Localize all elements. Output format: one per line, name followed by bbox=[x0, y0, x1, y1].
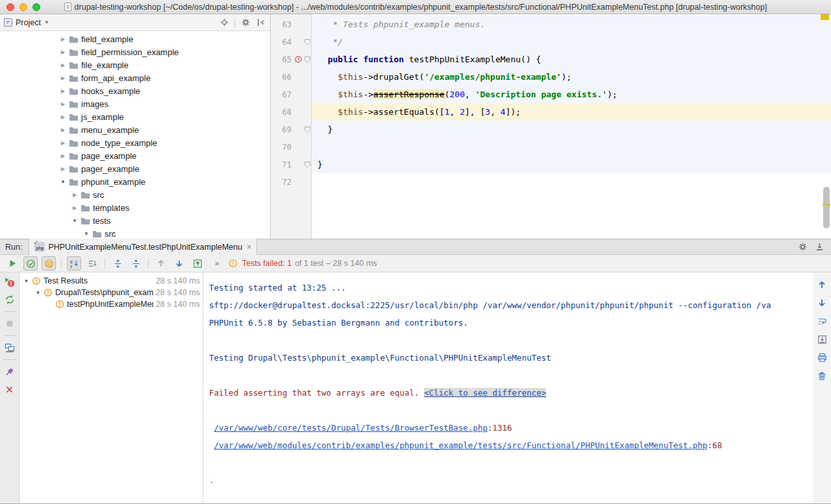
chevron-collapsed-icon[interactable]: ▶ bbox=[60, 114, 66, 120]
test-tree-item[interactable]: testPhpUnitExampleMenu28 s 140 ms bbox=[19, 298, 203, 310]
test-tree-item[interactable]: ▼Test Results28 s 140 ms bbox=[19, 275, 203, 287]
fold-marker-icon[interactable] bbox=[303, 56, 312, 63]
code-line[interactable]: 63 * Tests phpunit_example menus. bbox=[271, 16, 831, 33]
project-tree-item[interactable]: ▶file_example bbox=[0, 58, 270, 71]
previous-occurrence-button[interactable] bbox=[154, 256, 168, 270]
code-line[interactable]: 65 public function testPhpUnitExampleMen… bbox=[271, 51, 831, 68]
hide-window-icon[interactable] bbox=[814, 242, 825, 252]
print-button[interactable] bbox=[816, 352, 828, 363]
chevron-expanded-icon[interactable]: ▼ bbox=[60, 179, 66, 185]
project-tree-item[interactable]: ▶pager_example bbox=[0, 162, 270, 175]
project-tree-item[interactable]: ▼tests bbox=[0, 214, 270, 227]
project-tree-item[interactable]: ▶templates bbox=[0, 201, 270, 214]
project-tree-item[interactable]: ▶form_api_example bbox=[0, 71, 270, 84]
chevron-collapsed-icon[interactable]: ▶ bbox=[60, 140, 66, 146]
close-window-button[interactable] bbox=[6, 3, 14, 11]
chevron-collapsed-icon[interactable]: ▶ bbox=[60, 166, 66, 172]
test-tree-item[interactable]: ▼Drupal\Tests\phpunit_example\Functional… bbox=[19, 287, 203, 298]
rerun-button[interactable] bbox=[5, 256, 19, 270]
gear-icon[interactable] bbox=[240, 18, 251, 28]
code-line[interactable]: 66 $this->drupalGet('/examples/phpunit-e… bbox=[271, 68, 831, 86]
console-link[interactable]: <Click to see difference> bbox=[424, 388, 546, 398]
more-chevrons-icon[interactable]: » bbox=[215, 259, 219, 268]
test-history-icon[interactable] bbox=[293, 55, 303, 64]
code-line[interactable]: 67 $this->assertResponse(200, 'Descripti… bbox=[271, 86, 831, 103]
show-passed-toggle[interactable] bbox=[23, 256, 38, 270]
code-line[interactable]: 70 bbox=[271, 138, 831, 156]
run-tab-label: PHPUnitExampleMenuTest.testPhpUnitExampl… bbox=[48, 243, 242, 252]
collapse-all-button[interactable] bbox=[129, 256, 143, 270]
editor-scrollbar[interactable] bbox=[823, 187, 830, 228]
soft-wrap-toggle[interactable] bbox=[816, 315, 828, 327]
toggle-auto-test-button[interactable] bbox=[4, 294, 16, 306]
down-stack-trace-button[interactable] bbox=[816, 297, 828, 309]
ide-window: drupal-testing-workshop [~/Code/os/drupa… bbox=[0, 0, 831, 504]
project-tree-item[interactable]: ▶page_example bbox=[0, 149, 270, 162]
fold-marker-icon[interactable] bbox=[303, 126, 312, 133]
show-ignored-toggle[interactable] bbox=[42, 256, 56, 270]
chevron-collapsed-icon[interactable]: ▶ bbox=[60, 153, 66, 159]
fold-marker-icon[interactable] bbox=[303, 162, 312, 168]
chevron-collapsed-icon[interactable]: ▶ bbox=[60, 127, 66, 133]
hide-panel-icon[interactable] bbox=[256, 18, 266, 28]
separator bbox=[61, 258, 62, 269]
code-line[interactable]: 68 $this->assertEquals([1, 2], [3, 4]); bbox=[271, 103, 831, 121]
zoom-window-button[interactable] bbox=[32, 3, 40, 11]
up-stack-trace-button[interactable] bbox=[816, 279, 828, 291]
project-tree-item[interactable]: ▶field_example bbox=[0, 32, 270, 45]
sort-alphabetically-toggle[interactable]: az bbox=[67, 256, 81, 270]
rerun-failed-tests-button[interactable] bbox=[4, 276, 16, 288]
code-line[interactable]: 71} bbox=[271, 156, 831, 173]
console-line: /var/www/web/modules/contrib/examples/ph… bbox=[209, 437, 813, 454]
project-tree-item[interactable]: ▶images bbox=[0, 97, 270, 110]
gear-icon[interactable] bbox=[797, 242, 808, 252]
project-tree-item[interactable]: ▶field_permission_example bbox=[0, 45, 270, 58]
chevron-expanded-icon[interactable]: ▼ bbox=[83, 231, 90, 237]
chevron-collapsed-icon[interactable]: ▶ bbox=[71, 205, 78, 211]
project-tree-item[interactable]: ▶src bbox=[0, 188, 270, 201]
clear-all-button[interactable] bbox=[816, 370, 828, 381]
project-tree-item[interactable]: ▶hooks_example bbox=[0, 84, 270, 97]
console-link[interactable]: /var/www/web/core/tests/Drupal/Tests/Bro… bbox=[214, 423, 488, 433]
chevron-expanded-icon[interactable]: ▼ bbox=[23, 278, 29, 284]
close-tab-icon[interactable]: × bbox=[247, 243, 251, 252]
chevron-collapsed-icon[interactable]: ▶ bbox=[60, 75, 66, 81]
project-tree-item[interactable]: ▼phpunit_example bbox=[0, 175, 270, 188]
chevron-collapsed-icon[interactable]: ▶ bbox=[60, 101, 66, 107]
expand-all-button[interactable] bbox=[110, 256, 125, 270]
folder-icon bbox=[69, 178, 79, 186]
project-tree-item[interactable]: ▶js_example bbox=[0, 110, 270, 123]
console-link[interactable]: /var/www/web/modules/contrib/examples/ph… bbox=[214, 440, 708, 450]
close-button[interactable] bbox=[4, 383, 16, 395]
project-tree-item[interactable]: ▼src bbox=[0, 227, 270, 239]
code-line[interactable]: 64 */ bbox=[271, 33, 831, 51]
stop-button[interactable] bbox=[4, 318, 16, 330]
chevron-collapsed-icon[interactable]: ▶ bbox=[60, 88, 66, 94]
code-line[interactable]: 72 bbox=[271, 173, 831, 191]
console-view-button[interactable] bbox=[4, 342, 16, 354]
project-view-selector[interactable]: P Project ▼ bbox=[4, 18, 49, 27]
code-editor[interactable]: 63 * Tests phpunit_example menus.64 */65… bbox=[271, 14, 831, 239]
test-console-output[interactable]: Testing started at 13:25 ...sftp://docke… bbox=[203, 272, 813, 503]
run-tab[interactable]: php✓ PHPUnitExampleMenuTest.testPhpUnitE… bbox=[29, 239, 257, 255]
error-stripe-warning-mark[interactable] bbox=[821, 14, 829, 20]
chevron-expanded-icon[interactable]: ▼ bbox=[71, 218, 78, 224]
chevron-collapsed-icon[interactable]: ▶ bbox=[60, 36, 66, 42]
fold-marker-icon[interactable] bbox=[303, 39, 312, 45]
select-opened-file-icon[interactable] bbox=[219, 18, 229, 28]
project-tree-item[interactable]: ▶node_type_example bbox=[0, 136, 270, 149]
line-number: 69 bbox=[271, 125, 293, 134]
minimize-window-button[interactable] bbox=[19, 3, 27, 11]
chevron-collapsed-icon[interactable]: ▶ bbox=[60, 62, 66, 68]
chevron-collapsed-icon[interactable]: ▶ bbox=[60, 49, 66, 55]
chevron-expanded-icon[interactable]: ▼ bbox=[35, 290, 41, 296]
sort-by-duration-button[interactable] bbox=[85, 256, 99, 270]
next-occurrence-button[interactable] bbox=[172, 256, 186, 270]
code-line[interactable]: 69 } bbox=[271, 121, 831, 138]
chevron-collapsed-icon[interactable]: ▶ bbox=[71, 192, 78, 198]
project-tree-item[interactable]: ▶menu_example bbox=[0, 123, 270, 136]
run-label: Run: bbox=[5, 243, 22, 252]
scroll-to-end-button[interactable] bbox=[816, 333, 828, 345]
import-test-results-button[interactable] bbox=[190, 256, 205, 270]
pin-tab-button[interactable] bbox=[4, 366, 16, 378]
